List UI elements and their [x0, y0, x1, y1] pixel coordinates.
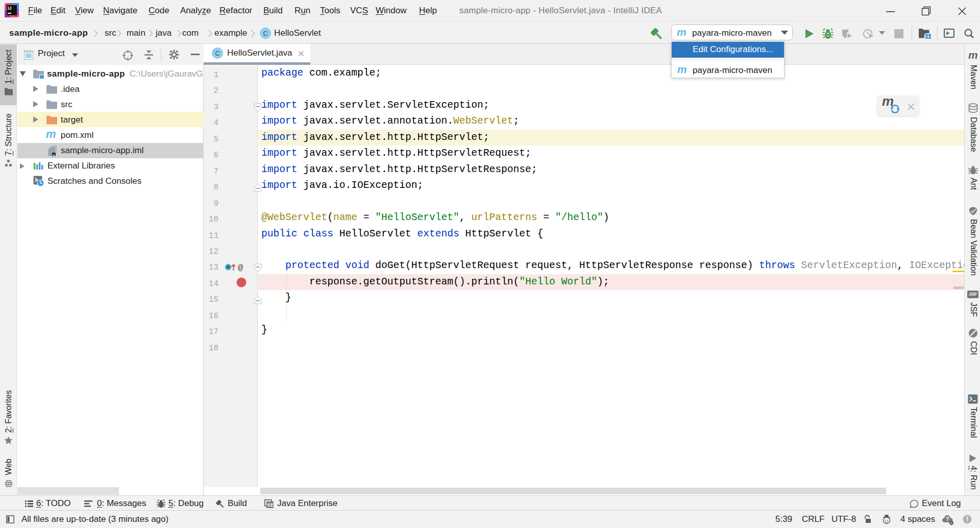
- svg-text:C: C: [215, 50, 220, 57]
- svg-text:@: @: [238, 263, 243, 272]
- svg-text:EE: EE: [267, 502, 274, 508]
- svg-text:?: ?: [946, 516, 949, 522]
- svg-text:C: C: [263, 30, 268, 37]
- svg-text:IJ: IJ: [8, 6, 12, 11]
